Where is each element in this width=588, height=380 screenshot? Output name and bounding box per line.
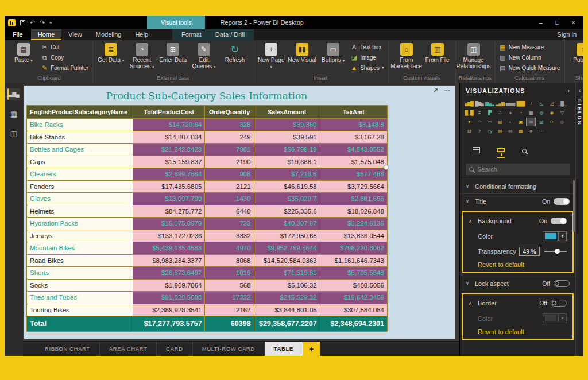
filled-map-icon[interactable]: ◉ bbox=[547, 109, 556, 117]
table-row[interactable]: Fenders$17,435.68052121$46,619.58$3,729.… bbox=[27, 180, 388, 193]
table-row[interactable]: Gloves$13,097.7991430$35,020.7$2,801.656 bbox=[27, 193, 388, 205]
tab-file[interactable]: File bbox=[5, 29, 31, 40]
text-box-button[interactable]: AText box bbox=[349, 42, 385, 52]
new-page-tab-button[interactable]: + bbox=[303, 342, 320, 356]
column-header[interactable]: EnglishProductSubcategoryName bbox=[27, 106, 133, 119]
kpi-icon[interactable]: ◐ bbox=[506, 118, 514, 126]
clustered-bar-chart-icon[interactable]: ▆▄▂ bbox=[485, 100, 494, 107]
shapes-button[interactable]: ▲Shapes▾ bbox=[349, 63, 385, 72]
scatter-chart-icon[interactable]: ∴ bbox=[496, 109, 504, 117]
section-background[interactable]: ∧ Background On bbox=[463, 214, 572, 228]
table-row[interactable]: Jerseys$133,172.02363332$172,950.68$13,8… bbox=[27, 230, 388, 242]
100-stacked-bar-chart-icon[interactable]: ▅▅▅ bbox=[506, 100, 514, 107]
recent-sources-button[interactable]: ◔Recent Sources ▾ bbox=[127, 42, 157, 71]
column-header[interactable]: TaxAmt bbox=[320, 106, 387, 119]
column-header[interactable]: TotalProductCost bbox=[133, 106, 205, 119]
ellipsis-icon[interactable]: ⋯ bbox=[537, 127, 546, 135]
manage-relationships-button[interactable]: ◫Manage Relationships bbox=[459, 42, 489, 71]
background-color-dropdown[interactable]: ▼ bbox=[543, 231, 567, 241]
ribbon-chart-icon[interactable]: ≡ bbox=[475, 109, 483, 117]
analytics-pane-icon[interactable] bbox=[522, 145, 527, 158]
background-toggle[interactable] bbox=[551, 218, 567, 224]
buttons-button[interactable]: ▭Buttons ▾ bbox=[318, 42, 348, 64]
column-header[interactable]: OrderQuantity bbox=[205, 106, 254, 119]
section-title[interactable]: ∨ Title On bbox=[460, 193, 575, 208]
collapse-panel-icon[interactable]: › bbox=[567, 87, 570, 95]
from-file-button[interactable]: ▥From File bbox=[423, 42, 452, 64]
copy-button[interactable]: ⧉Copy bbox=[40, 53, 90, 62]
line-and-clustered-column-chart-icon[interactable]: █▁█ bbox=[465, 109, 473, 117]
table-row[interactable]: Mountain Bikes$5,439,135.45834970$9,952,… bbox=[27, 242, 388, 255]
map-icon[interactable]: ◍ bbox=[537, 109, 546, 117]
table-icon[interactable]: ⊞ bbox=[527, 118, 535, 126]
get-data-button[interactable]: ≣Get Data ▾ bbox=[96, 42, 126, 64]
line-chart-icon[interactable]: / bbox=[527, 100, 535, 107]
stacked-column-chart-icon[interactable]: █▆▄ bbox=[475, 100, 483, 107]
table-row[interactable]: Cleaners$2,699.7564908$7,218.6$577.488 bbox=[27, 168, 388, 181]
gauge-icon[interactable]: ◠ bbox=[475, 118, 483, 126]
table-row[interactable]: Hydration Packs$15,075.0979733$40,307.67… bbox=[27, 218, 388, 230]
transparency-slider[interactable] bbox=[544, 251, 567, 252]
enter-data-button[interactable]: ⊞Enter Data bbox=[158, 42, 188, 64]
waterfall-chart-icon[interactable]: ▛ bbox=[485, 109, 494, 117]
table-row[interactable]: Bottles and Cages$21,242.84237981$56,798… bbox=[27, 144, 388, 156]
funnel-icon[interactable]: ▾ bbox=[465, 118, 473, 126]
smart-narrative-icon[interactable]: ▩ bbox=[516, 127, 525, 135]
tab-home[interactable]: Home bbox=[31, 29, 61, 40]
table-row[interactable]: Bike Stands$14,807.034249$39,591$3,167.2… bbox=[27, 131, 388, 144]
new-measure-button[interactable]: ▦New Measure bbox=[498, 42, 562, 52]
stacked-area-chart-icon[interactable]: ◿ bbox=[547, 100, 556, 107]
new-visual-button[interactable]: ▮▮New Visual bbox=[287, 42, 317, 64]
data-view-icon[interactable]: ▦ bbox=[7, 108, 20, 119]
q-and-a-icon[interactable]: ? bbox=[475, 127, 483, 135]
new-quick-measure-button[interactable]: ▤New Quick Measure bbox=[498, 63, 562, 72]
decomposition-tree-icon[interactable]: ▨ bbox=[506, 127, 514, 135]
search-input[interactable] bbox=[477, 166, 566, 173]
fields-pane-icon[interactable] bbox=[473, 145, 480, 158]
table-row[interactable]: Socks$1,909.7864568$5,106.32$408.5056 bbox=[27, 279, 388, 292]
paginated-report-icon[interactable]: ▧ bbox=[496, 127, 504, 135]
lock-aspect-toggle[interactable] bbox=[554, 280, 570, 287]
100-stacked-column-chart-icon[interactable]: ███ bbox=[516, 100, 525, 107]
minimize-button[interactable]: – bbox=[539, 19, 543, 26]
panel-scrollbar[interactable] bbox=[573, 180, 575, 232]
border-revert-link[interactable]: Revert to default bbox=[463, 326, 572, 335]
page-tab-area-chart[interactable]: AREA CHART bbox=[100, 342, 157, 356]
refresh-button[interactable]: ↻Refresh bbox=[220, 42, 250, 64]
card-icon[interactable]: ▭ bbox=[485, 118, 494, 126]
line-and-stacked-column-chart-icon[interactable]: ▁█▁ bbox=[558, 100, 566, 107]
tab-help[interactable]: Help bbox=[128, 29, 155, 40]
section-border[interactable]: ∧ Border Off bbox=[463, 296, 572, 311]
section-conditional-formatting[interactable]: ∨ Conditional formatting bbox=[460, 179, 575, 193]
table-visual[interactable]: ↗ ⋯ Product Sub-Category Sales Informati… bbox=[24, 86, 455, 339]
table-row[interactable]: Shorts$26,673.64971019$71,319.81$5,705.5… bbox=[27, 267, 388, 280]
slicer-icon[interactable]: ▣ bbox=[516, 118, 525, 126]
treemap-icon[interactable]: ▦ bbox=[527, 109, 535, 117]
title-toggle[interactable] bbox=[554, 198, 570, 205]
save-icon[interactable] bbox=[20, 20, 25, 25]
page-tab-multi-row-card[interactable]: MULTI-ROW CARD bbox=[193, 342, 265, 356]
redo-icon[interactable]: ↷ bbox=[40, 20, 45, 26]
arcgis-map-icon[interactable]: ◎ bbox=[558, 118, 566, 126]
edit-queries-button[interactable]: ✎Edit Queries ▾ bbox=[189, 42, 219, 71]
table-row[interactable]: Caps$15,159.8372190$19,688.1$1,575.048 bbox=[27, 156, 388, 168]
sign-in-link[interactable]: Sign in bbox=[550, 29, 583, 40]
tab-modeling[interactable]: Modeling bbox=[89, 29, 129, 40]
stacked-bar-chart-icon[interactable]: ▄▆█ bbox=[465, 100, 473, 107]
page-tab-table[interactable]: TABLE bbox=[265, 342, 303, 356]
report-view-icon[interactable]: ▃▆▄ bbox=[7, 88, 20, 100]
r-script-visual-icon[interactable]: R bbox=[547, 118, 556, 126]
transparency-input[interactable] bbox=[519, 247, 540, 256]
tab-view[interactable]: View bbox=[61, 29, 89, 40]
multi-row-card-icon[interactable]: ▤ bbox=[496, 118, 504, 126]
customize-quick-access-icon[interactable]: ▾ bbox=[49, 21, 52, 25]
table-row[interactable]: Road Bikes$8,983,284.33778068$14,520,584… bbox=[27, 254, 388, 267]
undo-icon[interactable]: ↶ bbox=[30, 20, 35, 26]
table-row[interactable]: Touring Bikes$2,389,928.35412167$3,844,8… bbox=[27, 304, 388, 316]
tab-format[interactable]: Format bbox=[175, 29, 208, 40]
model-view-icon[interactable]: ◫ bbox=[7, 127, 20, 139]
new-column-button[interactable]: ▥New Column bbox=[498, 53, 562, 62]
image-button[interactable]: ◪Image bbox=[349, 53, 385, 62]
shape-map-icon[interactable]: ▽ bbox=[558, 109, 566, 117]
visual-tools-contextual-tab[interactable]: Visual tools bbox=[147, 16, 206, 29]
